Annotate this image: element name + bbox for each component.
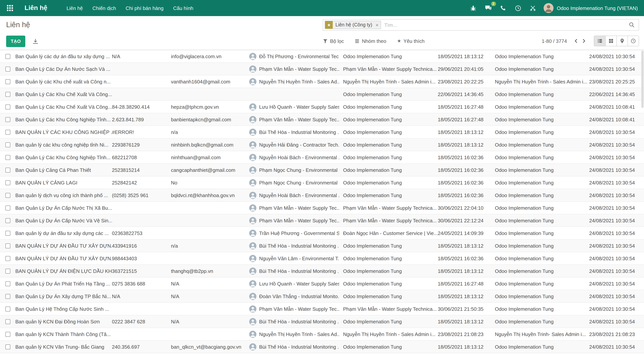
row-checkbox[interactable] — [5, 268, 10, 273]
cell-company-name: Ban quản lý KCN Đại Đồng Hoàn Sơn — [15, 319, 112, 324]
row-checkbox[interactable] — [5, 155, 10, 160]
cell-owner: Phạm Văn Mẫn - Water Supply Technica... — [343, 66, 438, 72]
left-actions: TẠO — [6, 36, 40, 47]
cell-date-1: 18/05/2021 16:27:48 — [438, 104, 495, 110]
pager-previous-icon[interactable] — [572, 37, 580, 45]
table-row[interactable]: Ban quản lý dự án đầu tư xây dựng các ..… — [0, 227, 644, 240]
cell-date-2: 24/08/2021 10:08:41 — [589, 104, 644, 110]
apps-menu-button[interactable] — [6, 4, 14, 12]
row-checkbox[interactable] — [5, 168, 10, 173]
view-switch-map-icon[interactable] — [616, 36, 628, 46]
view-switch-kanban-icon[interactable] — [605, 36, 616, 46]
row-checkbox[interactable] — [5, 344, 10, 349]
table-row[interactable]: Ban Quản Lý Dự Án Phát Triển Hạ Tầng ...… — [0, 277, 644, 290]
search-bar[interactable]: ★ Liên hệ (Công ty) × — [323, 19, 639, 31]
table-row[interactable]: Ban quản lý KCN Thành Thành Công (Tâ... … — [0, 328, 644, 341]
debug-bug-icon[interactable] — [469, 4, 477, 12]
table-row[interactable]: BAN QUẢN LÝ DỰ ÁN ĐẦU TƯ XÂY DỰN... 9884… — [0, 252, 644, 265]
table-row[interactable]: Ban quản lý KCN Đại Đồng Hoàn Sơn 0222 3… — [0, 315, 644, 328]
table-row[interactable]: Ban Quản Lý Cảng Cá Phan Thiết 252381521… — [0, 164, 644, 177]
row-checkbox[interactable] — [5, 66, 10, 71]
table-row[interactable]: Ban Quản Lý Các Khu Công Nghiệp Tỉnh... … — [0, 151, 644, 164]
row-checkbox[interactable] — [5, 306, 10, 311]
row-checkbox[interactable] — [5, 332, 10, 337]
row-checkbox[interactable] — [5, 142, 10, 147]
table-row[interactable]: Ban Quản Lý Dự Án Xây dựng TP Bắc Ni... … — [0, 290, 644, 303]
row-checkbox[interactable] — [5, 117, 10, 122]
facet-remove-icon[interactable]: × — [375, 21, 381, 29]
create-button[interactable]: TẠO — [6, 36, 25, 47]
app-name[interactable]: Liên hệ — [24, 4, 47, 12]
top-menus: Liên hệ Chiến dịch Chi phí bán hàng Cấu … — [66, 0, 194, 15]
row-checkbox-cell — [0, 180, 15, 185]
row-checkbox[interactable] — [5, 180, 10, 185]
export-icon[interactable] — [32, 37, 40, 45]
row-checkbox[interactable] — [5, 79, 10, 84]
table-row[interactable]: Ban Quản lý các Khu chế xuất và Công n..… — [0, 75, 644, 88]
row-checkbox[interactable] — [5, 243, 10, 248]
search-input[interactable] — [381, 22, 628, 28]
row-checkbox[interactable] — [5, 281, 10, 286]
contact-list: Ban Quản lý các dự án đầu tư xây dựng ..… — [0, 50, 644, 354]
pager-next-icon[interactable] — [580, 37, 588, 45]
cell-email: cangcaphanthiet@gmail.com — [171, 167, 249, 173]
row-checkbox[interactable] — [5, 205, 10, 210]
row-checkbox[interactable] — [5, 92, 10, 97]
row-checkbox-cell — [0, 155, 15, 160]
table-row[interactable]: Ban Quản Lý Các Dự Án Nước Sạch Và ... P… — [0, 63, 644, 75]
menu-cau-hinh[interactable]: Cấu hình — [172, 0, 194, 15]
group-by-button[interactable]: Nhóm theo — [354, 38, 386, 44]
row-checkbox[interactable] — [5, 193, 10, 198]
row-checkbox[interactable] — [5, 104, 10, 109]
cell-salesperson: Phạm Văn Mẫn - Water Supply Tec... — [249, 116, 343, 123]
salesperson-name: Bùi Thế Hòa - Industrial Monitoring ... — [259, 268, 339, 274]
table-row[interactable]: Ban Quản Lý Hệ Thống Cấp Nước Sinh ... P… — [0, 303, 644, 315]
menu-chi-phi-ban-hang[interactable]: Chi phí bán hàng — [125, 0, 164, 15]
support-tools-icon[interactable] — [529, 4, 536, 12]
cell-owner: Odoo Implemenation Tung — [343, 192, 438, 198]
row-checkbox[interactable] — [5, 231, 10, 236]
row-checkbox[interactable] — [5, 130, 10, 135]
row-checkbox[interactable] — [5, 218, 10, 223]
menu-chien-dich[interactable]: Chiến dịch — [92, 0, 117, 15]
table-row[interactable]: Ban Quản Lý Các Khu Công Nghiệp Tỉnh... … — [0, 113, 644, 126]
table-row[interactable]: Ban Quản lý các dự án đầu tư xây dựng ..… — [0, 50, 644, 63]
favorites-button[interactable]: ★ Yêu thích — [397, 38, 424, 44]
scrollbar-thumb[interactable] — [641, 50, 644, 108]
row-checkbox[interactable] — [5, 256, 10, 261]
table-row[interactable]: BAN QUẢN LÝ CẢNG LAGI 252842142 No Phạm … — [0, 177, 644, 189]
menu-lien-he[interactable]: Liên hệ — [66, 0, 84, 15]
activities-clock-icon[interactable] — [514, 4, 522, 12]
table-row[interactable]: Ban quản lý dịch vụ công ích thành phố .… — [0, 189, 644, 202]
cell-company-name: Ban Quản Lý Các Dự Án Nước Sạch Và ... — [15, 66, 112, 72]
table-row[interactable]: Ban Quản Lý Dự Án Cấp Nước Và Vệ Sin... … — [0, 214, 644, 227]
phone-icon[interactable] — [499, 4, 507, 12]
user-menu[interactable]: Odoo Implemenation Tung (VIETAN) — [544, 3, 638, 13]
cell-date-1: 18/05/2021 16:02:36 — [438, 180, 495, 185]
table-row[interactable]: Ban Quản Lý Các Khu Chế Xuất Và Công... … — [0, 88, 644, 101]
row-checkbox[interactable] — [5, 54, 10, 59]
cell-salesperson: Đỗ Thị Phương - Environmental Tec... — [249, 53, 343, 60]
table-row[interactable]: BAN QUẢN LÝ CÁC KHU CÔNG NGHIỆP ... #ERR… — [0, 126, 644, 139]
view-switch-list-icon[interactable] — [594, 36, 605, 46]
cell-owner-2: Odoo Implemenation Tung — [495, 344, 589, 350]
table-row[interactable]: Ban Quản Lý Dự Án Cấp Nước Thị Xã Bu... … — [0, 202, 644, 214]
table-row[interactable]: Ban quản lý KCN Vân Trung- Bắc Giang 240… — [0, 341, 644, 353]
cell-salesperson: Bùi Thế Hòa - Industrial Monitoring ... — [249, 267, 343, 275]
row-checkbox-cell — [0, 205, 15, 210]
vertical-scrollbar[interactable] — [641, 50, 644, 353]
filters-button[interactable]: Bộ lọc — [323, 38, 344, 44]
table-row[interactable]: BAN QUẢN LÝ DỰ ÁN ĐIỆN LỰC DẦU KH... 363… — [0, 265, 644, 277]
view-switch-activity-icon[interactable] — [628, 36, 639, 46]
search-icon[interactable] — [628, 21, 636, 29]
table-row[interactable]: BAN QUẢN LÝ DỰ ÁN ĐẦU TƯ XÂY DỰN... 4339… — [0, 240, 644, 252]
cell-company-name: Ban Quản Lý Các Khu Công Nghiệp Tỉnh... — [15, 155, 112, 160]
cell-phone: 02363822753 — [112, 230, 171, 236]
search-facet[interactable]: ★ Liên hệ (Công ty) × — [325, 21, 381, 29]
messages-icon[interactable]: 2 — [484, 4, 492, 12]
row-checkbox[interactable] — [5, 319, 10, 324]
table-row[interactable]: Ban quản lý các khu công nghiệp tỉnh Ni.… — [0, 139, 644, 151]
table-row[interactable]: Ban Quản Lý Các Khu Chế Xuất Và Công... … — [0, 101, 644, 113]
row-checkbox[interactable] — [5, 294, 10, 299]
cell-company-name: Ban Quản Lý Dự Án Phát Triển Hạ Tầng ... — [15, 281, 112, 286]
